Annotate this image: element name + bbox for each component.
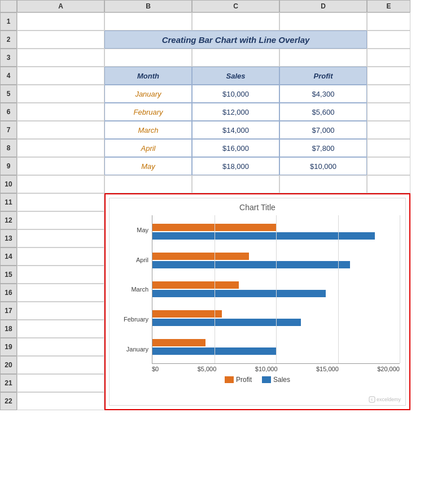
cell-a22[interactable] xyxy=(17,392,104,410)
cell-e10[interactable] xyxy=(367,175,410,193)
month-jan: January xyxy=(104,85,192,103)
cell-a19[interactable] xyxy=(17,338,104,356)
legend-profit-color xyxy=(225,376,234,383)
profit-bar-february xyxy=(152,310,222,318)
profit-mar: $7,000 xyxy=(279,121,367,139)
cell-a13[interactable] xyxy=(17,229,104,247)
cell-e3[interactable] xyxy=(367,49,410,67)
profit-may: $10,000 xyxy=(279,157,367,175)
sales-may: $18,000 xyxy=(192,157,279,175)
corner-cell xyxy=(0,0,17,12)
sales-mar: $14,000 xyxy=(192,121,279,139)
row-4: 4 xyxy=(0,67,17,85)
y-label-april: April xyxy=(136,257,148,263)
cell-e9[interactable] xyxy=(367,157,410,175)
watermark-icon: E xyxy=(369,396,375,403)
cell-a10[interactable] xyxy=(17,175,104,193)
cell-b1[interactable] xyxy=(104,12,192,31)
x-label-5k: $5,000 xyxy=(198,366,217,372)
col-header-b: B xyxy=(104,0,192,12)
cell-a6[interactable] xyxy=(17,103,104,121)
cell-a7[interactable] xyxy=(17,121,104,139)
cell-a4[interactable] xyxy=(17,67,104,85)
cell-a15[interactable] xyxy=(17,266,104,284)
cell-a18[interactable] xyxy=(17,320,104,338)
sales-feb: $12,000 xyxy=(192,103,279,121)
cell-a21[interactable] xyxy=(17,374,104,392)
sales-jan: $10,000 xyxy=(192,85,279,103)
cell-a5[interactable] xyxy=(17,85,104,103)
cell-e8[interactable] xyxy=(367,139,410,157)
chart-title-cell[interactable]: Creating Bar Chart with Line Overlay xyxy=(104,31,367,49)
profit-bar-march xyxy=(152,281,239,289)
chart-title-label: Chart Title xyxy=(115,203,400,212)
row-20: 20 xyxy=(0,356,17,374)
cell-d1[interactable] xyxy=(279,12,367,31)
cell-e7[interactable] xyxy=(367,121,410,139)
cell-a16[interactable] xyxy=(17,284,104,302)
svg-text:E: E xyxy=(371,398,373,401)
x-label-0: $0 xyxy=(152,366,159,372)
sales-bar-march xyxy=(152,290,326,297)
cell-d3[interactable] xyxy=(279,49,367,67)
cell-b10[interactable] xyxy=(104,175,192,193)
sales-bar-april xyxy=(152,261,350,268)
cell-a3[interactable] xyxy=(17,49,104,67)
cell-c1[interactable] xyxy=(192,12,279,31)
cell-d10[interactable] xyxy=(279,175,367,193)
month-may: May xyxy=(104,157,192,175)
legend-sales-label: Sales xyxy=(273,376,290,384)
cell-b3[interactable] xyxy=(104,49,192,67)
cell-a20[interactable] xyxy=(17,356,104,374)
col-sales: Sales xyxy=(192,67,279,85)
chart-inner: Chart Title May April March February Jan… xyxy=(109,198,406,406)
cell-a14[interactable] xyxy=(17,247,104,266)
cell-e6[interactable] xyxy=(367,103,410,121)
y-label-february: February xyxy=(124,316,148,323)
profit-bar-january xyxy=(152,339,205,346)
y-label-may: May xyxy=(137,227,148,233)
cell-a17[interactable] xyxy=(17,302,104,320)
cell-a9[interactable] xyxy=(17,157,104,175)
sales-bar-may xyxy=(152,232,375,240)
row-2: 2 xyxy=(0,31,17,49)
cell-a12[interactable] xyxy=(17,211,104,229)
watermark: E exceldemy xyxy=(369,396,401,403)
col-header-a: A xyxy=(17,0,104,12)
sales-apr: $16,000 xyxy=(192,139,279,157)
row-5: 5 xyxy=(0,85,17,103)
x-label-15k: $15,000 xyxy=(316,366,339,372)
title-text: Creating Bar Chart with Line Overlay xyxy=(162,35,310,45)
col-header-e: E xyxy=(367,0,410,12)
col-header-d: D xyxy=(279,0,367,12)
cell-c3[interactable] xyxy=(192,49,279,67)
x-label-20k: $20,000 xyxy=(377,366,400,372)
cell-a8[interactable] xyxy=(17,139,104,157)
cell-a2[interactable] xyxy=(17,31,104,49)
row-17: 17 xyxy=(0,302,17,320)
profit-jan: $4,300 xyxy=(279,85,367,103)
legend-sales: Sales xyxy=(262,376,290,384)
row-3: 3 xyxy=(0,49,17,67)
cell-e1[interactable] xyxy=(367,12,410,31)
row-12: 12 xyxy=(0,211,17,229)
cell-a11[interactable] xyxy=(17,193,104,211)
row-11: 11 xyxy=(0,193,17,211)
profit-apr: $7,800 xyxy=(279,139,367,157)
chart-legend: Profit Sales xyxy=(115,376,400,384)
month-feb: February xyxy=(104,103,192,121)
cell-e5[interactable] xyxy=(367,85,410,103)
profit-bar-april xyxy=(152,253,249,260)
legend-profit: Profit xyxy=(225,376,252,384)
row-9: 9 xyxy=(0,157,17,175)
row-21: 21 xyxy=(0,374,17,392)
cell-e4[interactable] xyxy=(367,67,410,85)
cell-c10[interactable] xyxy=(192,175,279,193)
legend-profit-label: Profit xyxy=(236,376,252,384)
row-8: 8 xyxy=(0,139,17,157)
cell-a1[interactable] xyxy=(17,12,104,31)
cell-e2[interactable] xyxy=(367,31,410,49)
chart-container: Chart Title May April March February Jan… xyxy=(104,193,410,410)
x-label-10k: $10,000 xyxy=(255,366,278,372)
sales-bar-february xyxy=(152,319,301,326)
